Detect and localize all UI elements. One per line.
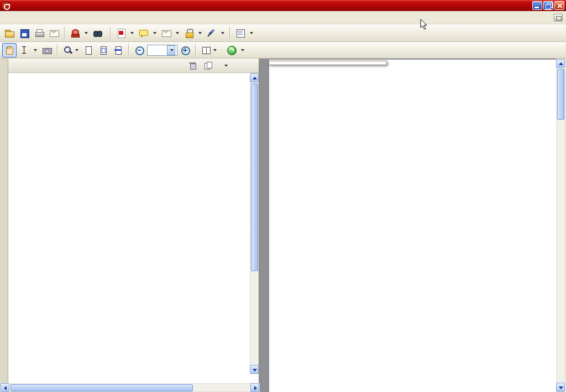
- camera-icon: [42, 45, 52, 55]
- document-area: [260, 59, 556, 392]
- scroll-right-button[interactable]: [250, 383, 259, 392]
- select-tool-button[interactable]: [17, 43, 39, 57]
- scrollbar-thumb[interactable]: [557, 69, 564, 120]
- file-toolbar: [0, 24, 566, 42]
- save-button[interactable]: [17, 26, 32, 40]
- page-layout-icon: [201, 45, 211, 55]
- dropdown-arrow-icon: [75, 49, 78, 51]
- zoom-out-button[interactable]: [132, 43, 146, 57]
- toolbar-separator: [64, 27, 65, 40]
- stamp-icon: [70, 28, 80, 38]
- pdf-page: [269, 60, 556, 392]
- expand-bookmark-icon[interactable]: [203, 61, 213, 71]
- context-menu: [269, 61, 387, 65]
- bookmarks-panel: [8, 59, 260, 383]
- forms-button[interactable]: [233, 26, 255, 40]
- search-button[interactable]: [91, 26, 107, 40]
- hand-tool-button[interactable]: [2, 43, 17, 57]
- acrobat-app-icon: [2, 2, 9, 9]
- zoom-combo-arrow[interactable]: [167, 45, 175, 55]
- zoom-in-icon: [180, 45, 190, 55]
- fit-width-button[interactable]: [111, 43, 125, 57]
- zoom-in-button[interactable]: [178, 43, 192, 57]
- view-toolbar: [0, 42, 566, 59]
- help-icon: [227, 45, 237, 55]
- menubar: [0, 11, 566, 24]
- dropdown-arrow-icon: [241, 49, 244, 51]
- minimize-button[interactable]: [532, 1, 542, 10]
- note-icon: [139, 28, 149, 38]
- open-folder-icon: [4, 28, 14, 38]
- dropdown-arrow-icon: [34, 49, 37, 51]
- fit-page-button[interactable]: [96, 43, 111, 57]
- dropdown-arrow-icon: [213, 49, 217, 51]
- navigation-tab-strip: [0, 59, 8, 383]
- dropdown-arrow-icon: [224, 65, 228, 67]
- open-button[interactable]: [2, 26, 17, 40]
- actual-size-icon: [83, 45, 93, 55]
- close-button[interactable]: [554, 1, 564, 10]
- bookmarks-options-button[interactable]: [219, 59, 230, 73]
- scroll-down-button[interactable]: [556, 383, 565, 391]
- page-layout-button[interactable]: [199, 43, 219, 57]
- send-review-icon: [161, 28, 171, 38]
- zoom-out-icon: [134, 45, 144, 55]
- snapshot-button[interactable]: [40, 43, 54, 57]
- acrobat-window: { "window": { "title": "Adobe Acrobat Pr…: [0, 0, 566, 392]
- magnifier-icon: [63, 45, 73, 55]
- stamp-button[interactable]: [68, 26, 90, 40]
- toolbar-separator: [128, 44, 129, 57]
- form-icon: [235, 28, 245, 38]
- dropdown-arrow-icon: [170, 49, 174, 51]
- zoom-tool-button[interactable]: [61, 43, 81, 57]
- toolbar-separator: [195, 44, 196, 57]
- create-pdf-button[interactable]: [114, 26, 136, 40]
- email-button[interactable]: [47, 26, 61, 40]
- dropdown-arrow-icon: [250, 32, 253, 34]
- secure-button[interactable]: [182, 26, 204, 40]
- mouse-cursor: [420, 19, 428, 30]
- help-button[interactable]: [224, 43, 247, 57]
- scroll-down-button[interactable]: [250, 365, 259, 374]
- actual-size-button[interactable]: [81, 43, 96, 57]
- print-button[interactable]: [32, 26, 46, 40]
- scroll-left-button[interactable]: [1, 383, 9, 392]
- printer-icon: [34, 28, 44, 38]
- ibeam-icon: [19, 45, 29, 55]
- comment-markup-button[interactable]: [137, 26, 159, 40]
- lock-icon: [184, 28, 194, 38]
- toolbar-separator: [229, 27, 230, 40]
- toolbar-separator: [57, 44, 58, 57]
- titlebar: [0, 0, 566, 11]
- dropdown-arrow-icon: [176, 32, 179, 34]
- send-review-button[interactable]: [159, 26, 181, 40]
- hand-icon: [4, 45, 14, 55]
- scrollbar-thumb[interactable]: [251, 83, 258, 271]
- scroll-up-button[interactable]: [250, 73, 259, 82]
- pen-icon: [207, 28, 217, 38]
- bookmarks-vertical-scrollbar[interactable]: [250, 73, 259, 374]
- dropdown-arrow-icon: [85, 32, 88, 34]
- mdi-restore-button[interactable]: [554, 14, 563, 22]
- restore-button[interactable]: [543, 1, 553, 10]
- scroll-up-button[interactable]: [556, 59, 565, 68]
- save-icon: [19, 28, 29, 38]
- document-vertical-scrollbar[interactable]: [556, 59, 565, 392]
- toolbar-separator: [110, 27, 111, 40]
- scrollbar-thumb[interactable]: [11, 384, 193, 391]
- yahoo-search-button[interactable]: [219, 43, 224, 57]
- delete-bookmark-icon[interactable]: [188, 61, 198, 71]
- bookmarks-header-tools: [188, 59, 230, 73]
- bookmarks-horizontal-scrollbar[interactable]: [0, 383, 260, 392]
- dropdown-arrow-icon: [221, 32, 224, 34]
- sign-button[interactable]: [205, 26, 227, 40]
- dropdown-arrow-icon: [130, 32, 134, 34]
- email-icon: [49, 28, 59, 38]
- fit-width-icon: [113, 45, 123, 55]
- pdf-icon: [116, 28, 126, 38]
- dropdown-arrow-icon: [198, 32, 202, 34]
- bookmarks-panel-header: [8, 59, 259, 73]
- zoom-level-combo[interactable]: [147, 45, 177, 56]
- fit-page-icon: [98, 45, 108, 55]
- binoculars-icon: [93, 28, 103, 38]
